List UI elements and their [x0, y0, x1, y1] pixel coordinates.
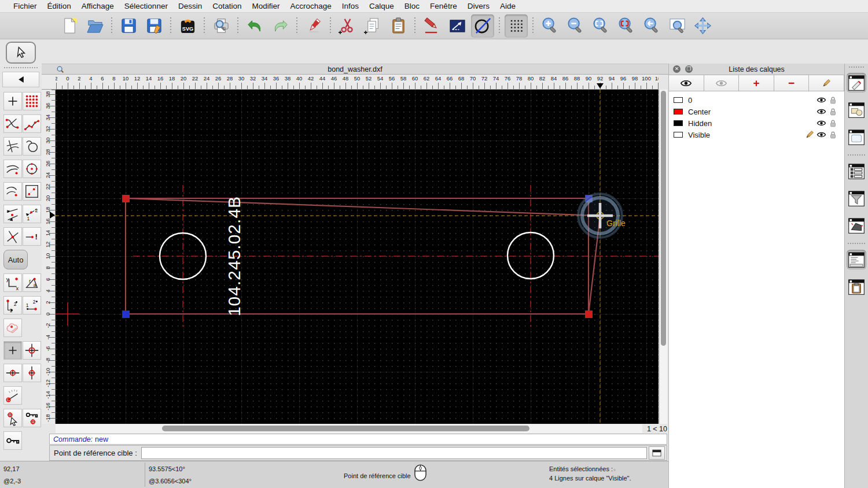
menu-fichier[interactable]: Fichier	[8, 2, 42, 10]
menu-cotation[interactable]: Cotation	[207, 2, 247, 10]
drawing-canvas[interactable]: 104.245.02.4B Grille	[56, 90, 659, 424]
layer-visibility-icon[interactable]	[815, 97, 827, 103]
new-file-button[interactable]	[58, 14, 81, 38]
draw-points-grid-button[interactable]	[23, 92, 41, 110]
save-as-button[interactable]	[142, 14, 165, 38]
drawing-window-titlebar[interactable]: bond_washer.dxf	[42, 64, 668, 75]
remove-layer-button[interactable]: −	[774, 75, 810, 91]
coord-cartesian-button[interactable]: yx	[3, 273, 22, 292]
horizontal-scrollbar[interactable]	[56, 424, 642, 433]
layer-row[interactable]: Hidden	[669, 117, 844, 129]
layer-lock-icon[interactable]	[827, 108, 838, 116]
snap-entity-cursor-button[interactable]	[3, 409, 22, 427]
panel-drag-handle[interactable]	[4, 67, 38, 68]
layer-lock-icon[interactable]	[827, 131, 838, 139]
undo-button[interactable]	[243, 14, 266, 38]
snap-free-button[interactable]	[3, 341, 22, 360]
line-attributes-button[interactable]	[446, 14, 469, 38]
horizontal-scroll-thumb[interactable]	[162, 426, 529, 431]
pen-button[interactable]	[420, 14, 443, 38]
redo-button[interactable]	[269, 14, 292, 38]
rel-polar-button[interactable]: 12	[23, 296, 41, 315]
snap-angle-button[interactable]	[3, 386, 22, 405]
dock-command-line-toggle-button[interactable]	[847, 250, 866, 269]
draw-circle-line-button[interactable]	[471, 14, 494, 38]
dock-block-list-toggle-button[interactable]	[847, 100, 866, 120]
show-all-layers-button[interactable]	[669, 75, 704, 91]
print-preview-button[interactable]	[209, 14, 233, 38]
draw-line-tangent-button[interactable]	[3, 137, 22, 156]
draw-circle-2p-button[interactable]	[23, 137, 41, 156]
menu-fenetre[interactable]: Fenêtre	[425, 2, 462, 10]
layer-visibility-icon[interactable]	[815, 108, 827, 115]
export-svg-button[interactable]: SVG	[176, 14, 199, 38]
layer-lock-icon[interactable]	[827, 119, 838, 127]
command-history[interactable]: Commande: new	[49, 434, 667, 445]
zoom-in-button[interactable]	[538, 14, 561, 38]
zoom-window-button[interactable]	[665, 14, 689, 38]
part-number-text[interactable]: 104.245.02.4B	[225, 196, 244, 316]
layer-lock-icon[interactable]	[827, 96, 838, 104]
layer-visibility-icon[interactable]	[815, 131, 827, 138]
back-button[interactable]	[2, 72, 39, 87]
menu-selectionner[interactable]: Sélectionner	[119, 2, 173, 10]
hide-all-layers-button[interactable]	[704, 75, 740, 91]
snap-intersection-button[interactable]	[3, 227, 22, 246]
menu-divers[interactable]: Divers	[462, 2, 495, 10]
command-options-button[interactable]	[649, 446, 665, 460]
layer-row[interactable]: Center	[669, 106, 844, 117]
add-layer-button[interactable]: +	[739, 75, 774, 91]
save-button[interactable]	[117, 14, 140, 38]
dock-wall-toggle-button[interactable]	[847, 216, 866, 235]
dock-float-button[interactable]: ❐	[685, 65, 693, 73]
snap-center-button[interactable]	[23, 341, 41, 360]
layer-row[interactable]: Visible	[669, 129, 844, 141]
layer-visibility-icon[interactable]	[815, 120, 827, 127]
menu-modifier[interactable]: Modifier	[247, 2, 285, 10]
menu-edition[interactable]: Édition	[42, 2, 76, 10]
strip-drag-handle[interactable]	[849, 66, 864, 68]
zoom-out-button[interactable]	[564, 14, 587, 38]
draw-arc-tangent-button[interactable]	[3, 160, 22, 178]
selection-shape-button[interactable]	[3, 319, 22, 337]
selection-pointer-button[interactable]	[6, 42, 36, 64]
draw-circle-center-button[interactable]	[23, 160, 41, 178]
zoom-pan-button[interactable]	[691, 14, 714, 38]
edit-layer-button[interactable]	[809, 75, 844, 91]
zoom-selected-button[interactable]	[615, 14, 638, 38]
zoom-auto-button[interactable]	[589, 14, 612, 38]
paste-button[interactable]	[387, 14, 410, 38]
draw-polyline-points-button[interactable]	[23, 114, 41, 133]
rel-cartesian-button[interactable]: 12	[3, 296, 22, 315]
snap-auto-button[interactable]: Auto	[3, 250, 28, 269]
command-input[interactable]	[141, 447, 647, 459]
coord-polar-button[interactable]: ra	[23, 273, 41, 292]
window-zoom-icon[interactable]	[56, 65, 64, 75]
menu-infos[interactable]: Infos	[337, 2, 364, 10]
dock-clipboard-toggle-button[interactable]	[847, 277, 866, 297]
menu-affichage[interactable]: Affichage	[76, 2, 119, 10]
menu-accrochage[interactable]: Accrochage	[285, 2, 336, 10]
cut-button[interactable]	[336, 14, 359, 38]
dock-library-browser-toggle-button[interactable]	[847, 161, 866, 181]
lock-relative-zero-button[interactable]	[3, 431, 22, 450]
vertical-scroll-thumb[interactable]	[661, 91, 666, 346]
draw-arcs-button[interactable]	[3, 182, 22, 201]
copy-button[interactable]	[361, 14, 384, 38]
zoom-previous-button[interactable]	[640, 14, 663, 38]
grid-toggle-button[interactable]	[505, 14, 528, 38]
snap-vertical-button[interactable]	[23, 364, 41, 382]
snap-two-points-button[interactable]	[3, 205, 22, 223]
menu-calque[interactable]: Calque	[364, 2, 399, 10]
layer-dock-titlebar[interactable]: ✕ ❐ Liste des calques	[669, 64, 844, 75]
draw-point-button[interactable]	[3, 92, 22, 110]
menu-dessin[interactable]: Dessin	[173, 2, 207, 10]
snap-distance-points-button[interactable]: 12	[23, 205, 41, 223]
dock-selection-filter-toggle-button[interactable]	[847, 188, 866, 208]
vertical-scrollbar[interactable]	[659, 90, 667, 424]
draw-spline-points-button[interactable]	[3, 114, 22, 133]
menu-aide[interactable]: Aide	[495, 2, 521, 10]
snap-on-entity-button[interactable]: !	[23, 227, 41, 246]
snap-horizontal-button[interactable]	[3, 364, 22, 382]
dock-close-button[interactable]: ✕	[673, 65, 681, 73]
